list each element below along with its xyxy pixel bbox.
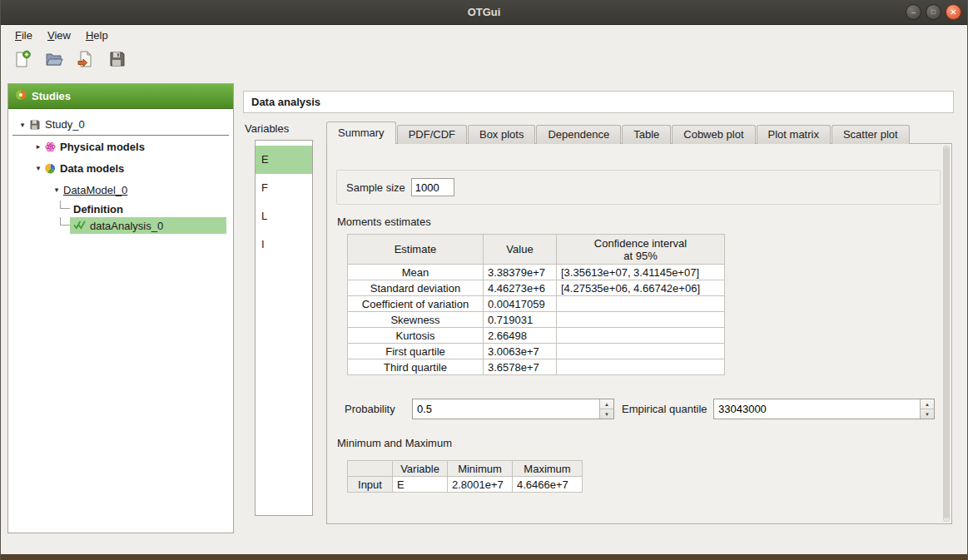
estimate-cell[interactable]: Skewness [348, 312, 484, 328]
spin-up-icon[interactable]: ▲ [600, 399, 613, 409]
tab-dependence[interactable]: Dependence [536, 125, 621, 144]
spin-down-icon[interactable]: ▼ [921, 409, 934, 419]
tab-pdf-cdf[interactable]: PDF/CDF [397, 125, 467, 144]
tab-summary[interactable]: Summary [326, 121, 396, 144]
minimize-button[interactable]: – [906, 4, 921, 20]
table-row[interactable]: Coefficient of variation 0.00417059 [348, 296, 725, 312]
tab-box-plots[interactable]: Box plots [468, 125, 535, 144]
chevron-right-icon[interactable]: ▸ [32, 142, 45, 151]
save-study-button[interactable] [106, 48, 129, 72]
page-title: Data analysis [243, 91, 954, 113]
probability-input[interactable] [413, 399, 599, 419]
ci-cell[interactable] [557, 328, 725, 344]
empirical-quantile-spinbox[interactable]: ▲ ▼ [713, 399, 935, 419]
empirical-quantile-input[interactable] [714, 399, 920, 419]
ci-cell[interactable] [557, 296, 725, 312]
tab-cobweb-plot[interactable]: Cobweb plot [672, 125, 755, 144]
scrollbar-thumb[interactable] [944, 147, 949, 518]
estimate-cell[interactable]: Standard deviation [348, 280, 484, 296]
maximize-button[interactable]: □ [926, 4, 941, 20]
tab-scatter-plot[interactable]: Scatter plot [831, 125, 910, 144]
studies-panel: Studies ▾ Study_0 ▸ [7, 83, 234, 533]
value-cell[interactable]: 0.719031 [484, 312, 557, 328]
double-check-icon [73, 220, 86, 232]
new-study-button[interactable] [11, 48, 34, 72]
floppy-icon [29, 119, 41, 131]
studies-icon [15, 89, 27, 103]
table-row[interactable]: First quartile 3.0063e+7 [348, 344, 725, 359]
spin-down-icon[interactable]: ▼ [600, 409, 613, 419]
menu-file[interactable]: File [7, 27, 40, 43]
close-button[interactable]: ✕ [946, 4, 961, 20]
vertical-scrollbar[interactable] [943, 146, 950, 522]
probability-spinbox[interactable]: ▲ ▼ [412, 399, 614, 419]
studies-header-label: Studies [32, 90, 71, 102]
column-header[interactable]: Maximum [513, 461, 583, 477]
minmax-table[interactable]: Variable Minimum Maximum Input E 2.8001e… [347, 460, 583, 493]
chevron-down-icon[interactable]: ▾ [16, 121, 29, 129]
moments-header-row: Estimate Value Confidence interval at 95… [348, 235, 725, 265]
table-row[interactable]: Third quartile 3.6578e+7 [348, 359, 725, 375]
column-header[interactable]: Minimum [448, 461, 513, 477]
chevron-down-icon[interactable]: ▾ [32, 164, 45, 172]
sample-size-label: Sample size [346, 181, 405, 194]
sidebar-item-dataanalysis[interactable]: dataAnalysis_0 [8, 217, 233, 234]
table-row[interactable]: Standard deviation 4.46273e+6 [4.27535e+… [348, 280, 725, 296]
table-row[interactable]: Kurtosis 2.66498 [348, 328, 725, 344]
sidebar-item-physical-models[interactable]: ▸ Physical models [8, 136, 233, 157]
minimum-cell[interactable]: 2.8001e+7 [448, 477, 513, 493]
spinner-buttons: ▲ ▼ [599, 399, 613, 419]
value-cell[interactable]: 2.66498 [484, 328, 557, 344]
moments-table[interactable]: Estimate Value Confidence interval at 95… [347, 234, 725, 375]
estimate-cell[interactable]: First quartile [348, 344, 484, 359]
value-cell[interactable]: 3.6578e+7 [484, 359, 557, 375]
sample-size-field[interactable] [411, 178, 454, 196]
variable-item-f[interactable]: F [256, 174, 312, 202]
value-cell[interactable]: 0.00417059 [484, 296, 557, 312]
ci-cell[interactable] [557, 344, 725, 359]
tab-plot-matrix[interactable]: Plot matrix [757, 125, 831, 144]
estimate-cell[interactable]: Kurtosis [348, 328, 484, 344]
ci-cell[interactable]: [4.27535e+06, 4.66742e+06] [557, 280, 725, 296]
window-title: OTGui [468, 6, 501, 18]
value-cell[interactable]: 3.0063e+7 [484, 344, 557, 359]
ci-cell[interactable]: [3.35613e+07, 3.41145e+07] [557, 265, 725, 280]
estimate-cell[interactable]: Coefficient of variation [348, 296, 484, 312]
sidebar-item-definition[interactable]: Definition [8, 201, 233, 217]
variable-item-l[interactable]: L [256, 202, 312, 230]
studies-header: Studies [8, 84, 233, 109]
value-cell[interactable]: 3.38379e+7 [484, 265, 557, 280]
spin-up-icon[interactable]: ▲ [921, 399, 934, 409]
titlebar[interactable]: OTGui – □ ✕ [1, 0, 967, 25]
import-script-icon [77, 50, 95, 71]
column-header[interactable]: Value [484, 235, 557, 265]
maximum-cell[interactable]: 4.6466e+7 [513, 477, 583, 493]
column-header[interactable]: Confidence interval at 95% [557, 235, 725, 265]
sidebar-item-study[interactable]: ▾ Study_0 [12, 114, 229, 136]
variables-list: E F L I [255, 140, 313, 516]
row-header[interactable]: Input [348, 477, 393, 493]
open-study-button[interactable] [42, 48, 66, 72]
variable-cell[interactable]: E [393, 477, 448, 493]
value-cell[interactable]: 4.46273e+6 [484, 280, 557, 296]
estimate-cell[interactable]: Third quartile [348, 359, 484, 375]
sidebar-item-data-models[interactable]: ▾ Data models [8, 157, 233, 179]
probability-label: Probability [345, 399, 395, 419]
menu-help[interactable]: Help [78, 27, 116, 43]
chevron-down-icon[interactable]: ▾ [50, 186, 63, 194]
table-row[interactable]: Input E 2.8001e+7 4.6466e+7 [348, 477, 583, 493]
table-row[interactable]: Skewness 0.719031 [348, 312, 725, 328]
estimate-cell[interactable]: Mean [348, 265, 484, 280]
ci-cell[interactable] [557, 359, 725, 375]
menu-view[interactable]: View [40, 27, 78, 43]
variable-item-i[interactable]: I [256, 230, 312, 259]
column-header[interactable]: Estimate [348, 235, 484, 265]
ci-cell[interactable] [557, 312, 725, 328]
tree-branch-line [60, 217, 70, 225]
table-row[interactable]: Mean 3.38379e+7 [3.35613e+07, 3.41145e+0… [348, 265, 725, 280]
column-header[interactable]: Variable [393, 461, 448, 477]
variable-item-e[interactable]: E [256, 146, 312, 174]
import-script-button[interactable] [74, 48, 97, 72]
sidebar-item-datamodel[interactable]: ▾ DataModel_0 [8, 179, 233, 201]
tab-table[interactable]: Table [622, 125, 671, 144]
